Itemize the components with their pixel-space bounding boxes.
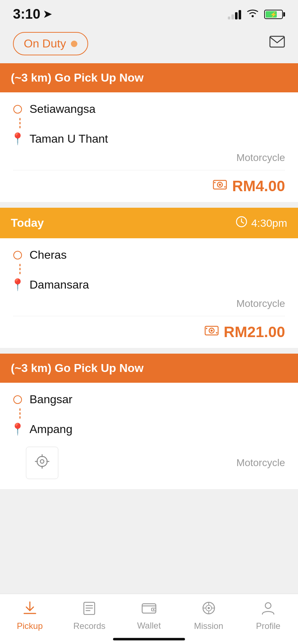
route-to-1: 📍 Taman U Thant	[13, 132, 285, 146]
svg-point-5	[214, 182, 216, 183]
records-icon	[83, 601, 96, 618]
status-icons: ⚡	[228, 8, 285, 20]
card-pickup-2[interactable]: (~3 km) Go Pick Up Now Bangsar 📍 Ampang	[0, 354, 298, 489]
price-row-1: RM4.00	[0, 170, 298, 202]
card-scheduled[interactable]: Today 4:30pm Cheras	[0, 208, 298, 348]
destination-label-1: Taman U Thant	[30, 132, 108, 146]
svg-point-0	[252, 15, 254, 17]
destination-label-2: Damansara	[30, 278, 89, 291]
origin-dot-3	[13, 395, 22, 404]
nav-item-mission[interactable]: Mission	[191, 601, 227, 631]
card-3-bottom: Motorcycle	[0, 440, 298, 489]
origin-label-1: Setiawangsa	[30, 102, 95, 116]
origin-dot-1	[13, 105, 22, 114]
location-arrow-icon: ➤	[43, 8, 51, 20]
svg-point-15	[37, 456, 47, 466]
destination-pin-2: 📍	[10, 278, 25, 291]
pickup-icon	[23, 601, 37, 618]
price-text-2: RM21.00	[224, 323, 285, 341]
card-3-header: (~3 km) Go Pick Up Now	[0, 354, 298, 383]
bottom-navigation: Pickup Records Wallet	[0, 594, 298, 644]
destination-pin-1: 📍	[10, 132, 25, 146]
location-button[interactable]	[26, 447, 58, 479]
route-from-2: Cheras	[13, 248, 285, 262]
svg-line-9	[241, 222, 244, 223]
mission-label: Mission	[194, 621, 223, 631]
svg-point-4	[219, 184, 221, 186]
price-row-2: RM21.00	[0, 316, 298, 348]
nav-item-profile[interactable]: Profile	[250, 601, 286, 631]
svg-point-14	[216, 332, 217, 334]
route-dashes-3	[19, 408, 21, 419]
route-dashes-1	[19, 118, 21, 128]
destination-label-3: Ampang	[30, 423, 72, 436]
card-1-route: Setiawangsa 📍 Taman U Thant	[0, 92, 298, 149]
on-duty-label: On Duty	[24, 37, 66, 50]
card-2-time: 4:30pm	[235, 216, 287, 230]
battery-icon: ⚡	[264, 10, 285, 19]
origin-dot-2	[13, 251, 22, 259]
mission-icon	[202, 601, 216, 618]
route-to-2: 📍 Damansara	[13, 278, 285, 291]
svg-point-13	[206, 328, 207, 329]
origin-label-3: Bangsar	[30, 393, 72, 406]
clock-icon	[235, 216, 248, 230]
message-icon[interactable]	[269, 36, 285, 52]
svg-point-37	[265, 603, 271, 608]
nav-item-pickup[interactable]: Pickup	[12, 601, 48, 631]
price-icon-1	[213, 179, 227, 193]
wifi-icon	[246, 8, 259, 20]
on-duty-dot	[71, 41, 77, 47]
pickup-label: Pickup	[17, 621, 43, 631]
svg-point-29	[153, 609, 154, 610]
vehicle-row-2: Motorcycle	[0, 295, 298, 316]
profile-icon	[262, 601, 275, 618]
price-icon-2	[204, 325, 219, 339]
route-from-3: Bangsar	[13, 393, 285, 406]
svg-rect-1	[270, 36, 284, 47]
wallet-icon	[141, 602, 157, 618]
status-bar: 3:10 ➤ ⚡	[0, 0, 298, 26]
records-label: Records	[73, 621, 105, 631]
status-time: 3:10 ➤	[13, 6, 51, 22]
location-icon	[34, 454, 50, 473]
nav-item-records[interactable]: Records	[71, 601, 107, 631]
card-pickup-1[interactable]: (~3 km) Go Pick Up Now Setiawangsa 📍 Tam…	[0, 63, 298, 202]
card-2-route: Cheras 📍 Damansara	[0, 238, 298, 295]
vehicle-row-3: Motorcycle	[236, 457, 285, 469]
home-indicator	[113, 638, 185, 640]
route-from-1: Setiawangsa	[13, 102, 285, 116]
svg-point-16	[40, 460, 44, 463]
card-2-header: Today 4:30pm	[0, 208, 298, 238]
profile-label: Profile	[256, 621, 280, 631]
origin-label-2: Cheras	[30, 248, 67, 262]
on-duty-badge[interactable]: On Duty	[13, 32, 88, 55]
svg-point-32	[208, 607, 210, 609]
route-dashes-2	[19, 264, 21, 274]
price-text-1: RM4.00	[232, 178, 285, 195]
header: On Duty	[0, 26, 298, 63]
card-3-route: Bangsar 📍 Ampang	[0, 383, 298, 440]
wallet-label: Wallet	[137, 621, 161, 631]
vehicle-row-1: Motorcycle	[0, 149, 298, 170]
route-to-3: 📍 Ampang	[13, 422, 285, 436]
svg-point-12	[211, 330, 213, 332]
svg-point-6	[224, 186, 226, 188]
nav-item-wallet[interactable]: Wallet	[131, 602, 167, 631]
card-1-header: (~3 km) Go Pick Up Now	[0, 63, 298, 92]
destination-pin-3: 📍	[10, 422, 25, 436]
signal-icon	[228, 9, 241, 19]
